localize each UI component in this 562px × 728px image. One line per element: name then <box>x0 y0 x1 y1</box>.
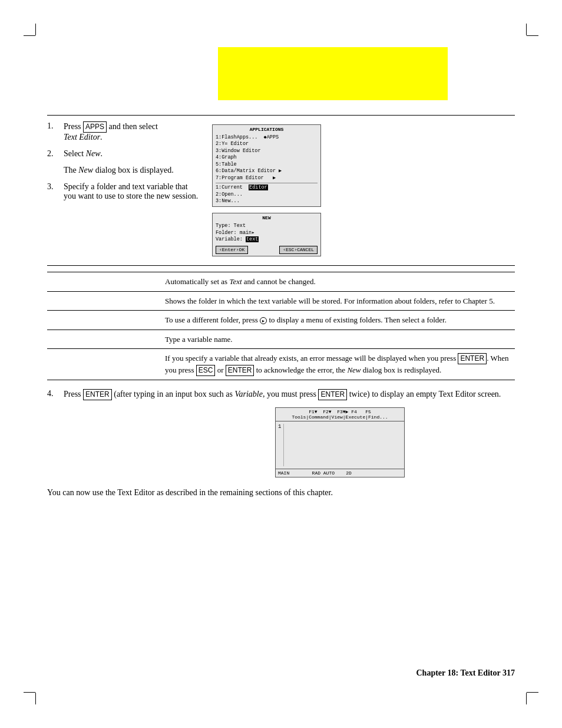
variable-value-highlight: text <box>246 236 259 242</box>
step-4-content: Press ENTER (after typing in an input bo… <box>64 389 515 400</box>
step-2b-content: The New dialog box is displayed. <box>64 166 200 175</box>
table-label-variable <box>47 334 165 345</box>
corner-mark-tr1 <box>526 24 527 35</box>
new-dialog-ref: New <box>347 365 361 374</box>
step-2: 2. Select New. <box>47 149 200 159</box>
table-desc-variable: Type a variable name. <box>165 334 515 345</box>
middle-rule <box>47 265 515 266</box>
step-1-blank: Text Editor <box>64 133 100 141</box>
step-2-number: 2. <box>47 149 59 159</box>
enter-key-step4: ENTER <box>83 389 112 400</box>
chapter-footer: Chapter 18: Text Editor 317 <box>416 668 515 678</box>
editor-line-numbers: 1 <box>278 424 284 466</box>
step-1: 1. Press APPS and then select Text Edito… <box>47 121 200 142</box>
new-dialog-screen: NEW Type: Text Folder: main▸ Variable: t… <box>212 213 321 256</box>
corner-mark-bl2 <box>24 692 35 693</box>
apps-item-6: 6:Data/Matrix Editor ▶ <box>216 168 318 174</box>
step-2b-spacer <box>47 166 59 175</box>
step-1-number: 1. <box>47 121 59 142</box>
table-desc-folder-change: To use a different folder, press ▸ to di… <box>165 314 515 326</box>
table-desc-type: Automatically set as Text and cannot be … <box>165 276 515 288</box>
new-dialog-title: NEW <box>216 215 318 222</box>
apps-title: APPLICATIONS <box>216 127 318 133</box>
yellow-highlight-box <box>218 47 448 100</box>
editor-folder: MAIN RAD AUTO 2D <box>278 470 352 476</box>
corner-mark-br2 <box>527 692 538 693</box>
step-4: 4. Press ENTER (after typing in an input… <box>47 389 515 400</box>
apps-submenu: 1:Current Editor 2:Open... 3:New... <box>216 183 318 205</box>
corner-mark-tr2 <box>527 35 538 36</box>
esc-key: ESC <box>196 365 216 376</box>
step-2-text: Select <box>64 149 86 158</box>
corner-mark-bl1 <box>35 693 36 704</box>
step-3-text: Specify a folder and text variable that … <box>64 182 198 200</box>
new-dialog-container: NEW Type: Text Folder: main▸ Variable: t… <box>212 213 515 256</box>
enter-key-2: ENTER <box>226 365 254 376</box>
editor-highlight: Editor <box>249 185 268 190</box>
step-2b-new: New <box>78 166 93 174</box>
section-steps-1-3: 1. Press APPS and then select Text Edito… <box>47 121 515 256</box>
apps-item-3: 3:Window Editor <box>216 148 318 154</box>
table-row-type: Automatically set as Text and cannot be … <box>47 272 515 291</box>
step-3-number: 3. <box>47 182 59 201</box>
table-row-folder: Shows the folder in which the text varia… <box>47 291 515 311</box>
enter-key-step4b: ENTER <box>318 389 347 400</box>
table-label-blank2 <box>47 353 165 376</box>
table-row-variable-error: If you specify a variable that already e… <box>47 348 515 380</box>
apps-sub-3: 3:New... <box>216 198 318 205</box>
step-2-content: Select New. <box>64 149 200 159</box>
apps-item-2: 2:Y= Editor <box>216 141 318 147</box>
table-section: Automatically set as Text and cannot be … <box>47 272 515 380</box>
section-step-4: 4. Press ENTER (after typing in an input… <box>47 389 515 499</box>
apps-item-1: 1:FlashApps... ◆APPS <box>216 134 318 141</box>
apps-sub-1: 1:Current Editor <box>216 185 318 191</box>
apps-item-7: 7:Program Editor ▶ <box>216 175 318 182</box>
text-editor-screen: F1▼ F2▼ F3▼▶ F4 F5 Tools|Command|View|Ex… <box>275 407 405 477</box>
editor-body: 1 <box>276 421 404 469</box>
step-3-content: Specify a folder and text variable that … <box>64 182 200 201</box>
final-paragraph: You can now use the Text Editor as descr… <box>47 486 515 499</box>
step-2b-text2: dialog box is displayed. <box>93 166 174 174</box>
table-label-blank1 <box>47 314 165 326</box>
corner-mark-tl2 <box>24 35 35 36</box>
step-1-content: Press APPS and then select Text Editor. <box>64 121 200 142</box>
table-desc-folder: Shows the folder in which the text varia… <box>165 295 515 307</box>
table-row-variable: Type a variable name. <box>47 330 515 349</box>
top-rule <box>47 115 515 116</box>
new-type-row: Type: Text <box>216 223 318 229</box>
apps-item-5: 5:Table <box>216 162 318 168</box>
editor-statusbar: MAIN RAD AUTO 2D <box>276 469 404 477</box>
right-column: APPLICATIONS 1:FlashApps... ◆APPS 2:Y= E… <box>212 121 515 256</box>
step-1-text: Press <box>64 122 81 131</box>
new-variable-row: Variable: text <box>216 236 318 243</box>
page-content: 1. Press APPS and then select Text Edito… <box>47 47 515 681</box>
dialog-buttons: ‹Enter›OK ‹ESC›CANCEL <box>216 246 318 255</box>
enter-key-1: ENTER <box>458 353 487 364</box>
apps-item-4: 4:Graph <box>216 154 318 161</box>
apps-screen-group: APPLICATIONS 1:FlashApps... ◆APPS 2:Y= E… <box>212 124 515 207</box>
table-row-folder-change: To use a different folder, press ▸ to di… <box>47 310 515 330</box>
step-2-item: New <box>86 149 101 158</box>
esc-cancel-button[interactable]: ‹ESC›CANCEL <box>279 246 318 255</box>
table-label-type <box>47 276 165 288</box>
applications-screen: APPLICATIONS 1:FlashApps... ◆APPS 2:Y= E… <box>212 124 321 207</box>
editor-screen-container: F1▼ F2▼ F3▼▶ F4 F5 Tools|Command|View|Ex… <box>165 407 515 477</box>
editor-menubar: F1▼ F2▼ F3▼▶ F4 F5 Tools|Command|View|Ex… <box>276 408 404 421</box>
circle-arrow-icon: ▸ <box>260 317 267 324</box>
table-desc-variable-error: If you specify a variable that already e… <box>165 353 515 376</box>
table-label-folder <box>47 295 165 307</box>
variable-ref: Variable <box>235 390 263 398</box>
type-value-text: Text <box>229 277 242 286</box>
left-column: 1. Press APPS and then select Text Edito… <box>47 121 200 256</box>
apps-sub-2: 2:Open... <box>216 192 318 198</box>
step-4-number: 4. <box>47 389 59 400</box>
step-1-text2: and then select <box>109 122 158 131</box>
step-3: 3. Specify a folder and text variable th… <box>47 182 200 201</box>
enter-ok-button[interactable]: ‹Enter›OK <box>216 246 248 255</box>
corner-mark-br1 <box>526 693 527 704</box>
apps-key: APPS <box>83 121 107 133</box>
new-folder-row: Folder: main▸ <box>216 230 318 236</box>
step-2b: The New dialog box is displayed. <box>47 166 200 175</box>
corner-mark-tl1 <box>35 24 36 35</box>
step-2b-text: The <box>64 166 78 174</box>
